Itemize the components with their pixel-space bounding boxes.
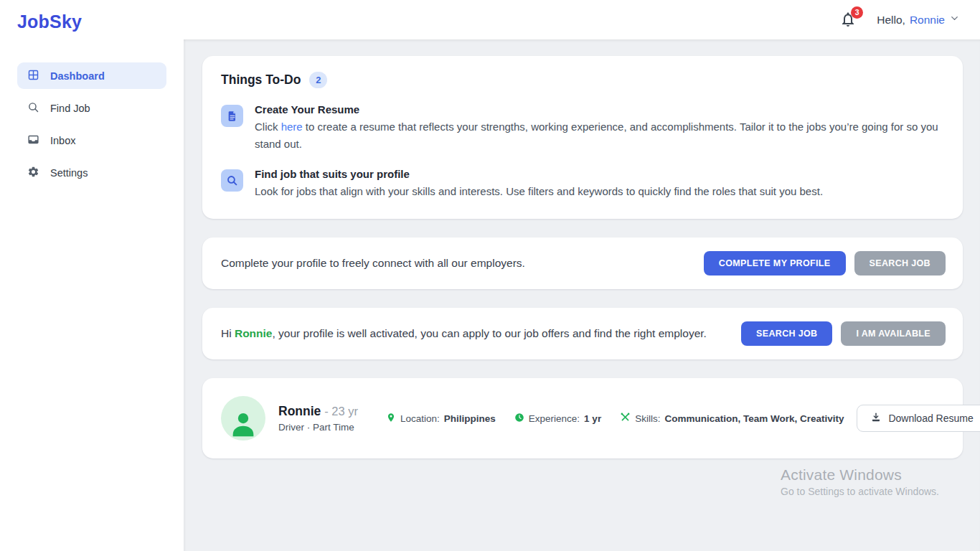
header: 3 Hello, Ronnie — [184, 0, 980, 39]
document-icon — [221, 105, 243, 127]
experience-label: Experience: — [529, 413, 580, 424]
location-label: Location: — [400, 413, 440, 424]
profile-name: Ronnie — [278, 404, 321, 418]
desc-text: to create a resume that reflects your st… — [255, 121, 938, 150]
banner-message: Hi Ronnie, your profile is well activate… — [221, 327, 707, 340]
profile-summary-card: Ronnie - 23 yr Driver · Part Time Locati… — [202, 378, 963, 458]
sidebar-nav: Dashboard Find Job Inbox Settings — [0, 62, 184, 186]
main-content: Things To-Do 2 Create Your Resume Click … — [184, 39, 980, 551]
download-icon — [870, 412, 882, 425]
todo-card-title: Things To-Do — [221, 72, 301, 88]
profile-status-banner: Hi Ronnie, your profile is well activate… — [202, 308, 963, 359]
dashboard-grid-icon — [27, 69, 39, 83]
sidebar-item-settings[interactable]: Settings — [17, 159, 166, 186]
create-resume-link[interactable]: here — [281, 121, 303, 133]
avatar — [221, 396, 265, 441]
todo-item-description: Look for jobs that align with your skill… — [255, 183, 823, 200]
location-pin-icon — [386, 413, 396, 425]
sidebar: JobSky Dashboard Find Job Inbox Settings — [0, 0, 184, 551]
todo-item-description: Click here to create a resume that refle… — [255, 118, 944, 153]
sidebar-item-label: Settings — [50, 167, 88, 179]
status-text: , your profile is well activated, you ca… — [272, 327, 706, 339]
search-icon — [221, 169, 243, 192]
complete-profile-banner: Complete your profile to freely connect … — [202, 237, 963, 289]
status-text: Hi — [221, 327, 235, 339]
search-icon — [27, 101, 39, 116]
person-icon — [227, 408, 259, 441]
banner-message: Complete your profile to freely connect … — [221, 257, 525, 270]
bell-icon — [839, 18, 857, 30]
watermark-subtitle: Go to Settings to activate Windows. — [781, 486, 939, 497]
sidebar-item-find-job[interactable]: Find Job — [17, 95, 166, 121]
todo-item-find-job: Find job that suits your profile Look fo… — [221, 168, 944, 200]
clock-icon — [514, 413, 524, 425]
notifications-button[interactable]: 3 — [839, 11, 858, 29]
todo-item-title: Create Your Resume — [255, 103, 944, 116]
profile-age: - 23 yr — [324, 405, 358, 418]
search-job-button[interactable]: SEARCH JOB — [854, 251, 946, 276]
sidebar-item-label: Inbox — [50, 135, 75, 146]
location-value: Philippines — [444, 413, 496, 424]
skills-meta: Skills: Communication, Team Work, Creati… — [620, 412, 844, 425]
sidebar-item-label: Find Job — [50, 103, 90, 114]
skills-value: Communication, Team Work, Creativity — [664, 413, 844, 424]
experience-meta: Experience: 1 yr — [514, 413, 601, 425]
user-menu[interactable]: Hello, Ronnie — [877, 13, 960, 27]
todo-item-title: Find job that suits your profile — [255, 168, 823, 180]
search-job-button[interactable]: SEARCH JOB — [741, 321, 832, 346]
watermark-title: Activate Windows — [781, 466, 939, 484]
chevron-down-icon — [949, 13, 960, 27]
username-text: Ronnie — [910, 14, 945, 27]
profile-subtitle: Driver · Part Time — [278, 422, 363, 433]
download-resume-label: Download Resume — [888, 413, 973, 424]
greeting-text: Hello, — [877, 14, 905, 27]
skills-label: Skills: — [635, 413, 660, 424]
username-highlight: Ronnie — [235, 327, 273, 339]
inbox-icon — [27, 133, 39, 148]
sidebar-item-inbox[interactable]: Inbox — [17, 127, 166, 154]
notification-count-badge: 3 — [851, 6, 863, 19]
download-resume-button[interactable]: Download Resume — [857, 405, 980, 432]
todo-item-create-resume: Create Your Resume Click here to create … — [221, 103, 944, 153]
app-logo[interactable]: JobSky — [0, 0, 184, 32]
desc-text: Click — [255, 121, 281, 133]
windows-activation-watermark: Activate Windows Go to Settings to activ… — [781, 466, 939, 497]
sidebar-item-label: Dashboard — [50, 70, 105, 82]
sidebar-item-dashboard[interactable]: Dashboard — [17, 62, 166, 89]
i-am-available-button[interactable]: I AM AVAILABLE — [841, 321, 946, 346]
things-todo-card: Things To-Do 2 Create Your Resume Click … — [202, 56, 963, 219]
experience-value: 1 yr — [584, 413, 601, 424]
tools-icon — [620, 412, 631, 425]
complete-my-profile-button[interactable]: COMPLETE MY PROFILE — [704, 251, 846, 276]
location-meta: Location: Philippines — [386, 413, 496, 425]
todo-count-badge: 2 — [309, 72, 327, 88]
gear-icon — [27, 166, 39, 180]
